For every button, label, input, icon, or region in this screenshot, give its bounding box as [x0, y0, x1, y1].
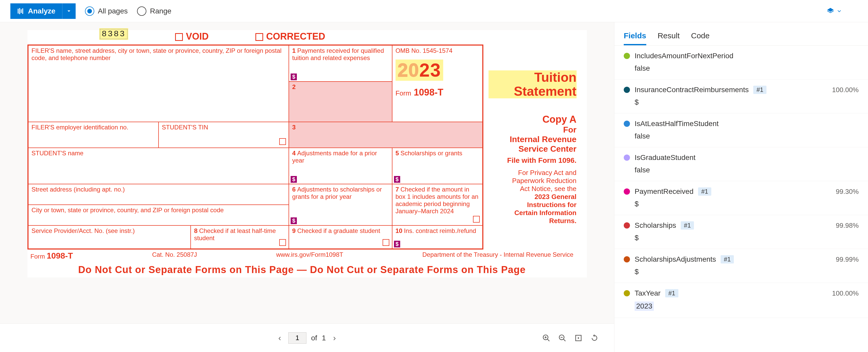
analyze-icon: [17, 7, 24, 15]
title: Tuition Statement: [489, 70, 577, 98]
prev-page-button[interactable]: ‹: [276, 333, 284, 343]
filer-ein: FILER'S employer identification no.: [28, 122, 158, 148]
dollar-icon: $: [291, 176, 297, 183]
field-item[interactable]: Scholarships#199.98%$: [614, 215, 868, 249]
analyze-dropdown-button[interactable]: [62, 3, 75, 19]
tax-year: 2023: [396, 60, 443, 81]
box3: 3: [289, 122, 482, 148]
fit-icon[interactable]: [574, 334, 583, 342]
form-footer-line: Form 1098-T Cat. No. 25087J www.irs.gov/…: [27, 250, 577, 262]
field-color-dot: [624, 87, 630, 93]
box8: 8Checked if at least half-time student: [191, 225, 289, 249]
filer-cell: FILER'S name, street address, city or to…: [28, 45, 289, 122]
svg-line-9: [563, 339, 565, 341]
box7: 7Checked if the amount in box 1 includes…: [392, 184, 483, 225]
document-canvas[interactable]: 8383 VOID CORRECTED FILER'S name, street…: [0, 22, 614, 323]
scope-radio-group: All pages Range: [85, 6, 172, 16]
do-not-cut: Do Not Cut or Separate Forms on This Pag…: [27, 262, 577, 278]
field-confidence: 99.30%: [836, 188, 859, 196]
service-provider: Service Provider/Acct. No. (see instr.): [28, 225, 191, 249]
chevron-down-icon: [836, 8, 842, 14]
field-item[interactable]: PaymentReceived#199.30%$: [614, 181, 868, 215]
field-item[interactable]: ScholarshipsAdjustments#199.99%$: [614, 249, 868, 283]
pager: ‹ of 1 ›: [276, 332, 338, 344]
void-check: VOID: [175, 31, 209, 42]
field-list[interactable]: IncludesAmountForNextPeriodfalseInsuranc…: [614, 45, 868, 352]
radio-range-label: Range: [150, 7, 172, 15]
box1: 1Payments received for qualified tuition…: [289, 45, 392, 82]
form-grid: FILER'S name, street address, city or to…: [27, 44, 483, 250]
main: 8383 VOID CORRECTED FILER'S name, street…: [0, 22, 868, 352]
field-name: ScholarshipsAdjustments: [634, 255, 716, 263]
radio-all-pages[interactable]: All pages: [85, 6, 128, 16]
radio-icon: [85, 6, 94, 16]
document-footer: ‹ of 1 ›: [0, 323, 614, 352]
field-value: 2023: [634, 301, 654, 311]
side-tabs: Fields Result Code: [614, 22, 868, 45]
field-item[interactable]: TaxYear#1100.00%2023: [614, 283, 868, 318]
field-value: $: [634, 98, 859, 106]
analyze-button[interactable]: Analyze: [10, 3, 62, 19]
checkbox-icon: [382, 239, 389, 246]
dollar-icon: $: [291, 217, 297, 224]
student-tin: STUDENT'S TIN: [158, 122, 289, 148]
toolbar: Analyze All pages Range: [0, 0, 868, 22]
field-item[interactable]: IsGraduateStudentfalse: [614, 147, 868, 181]
analyze-button-group: Analyze: [10, 3, 75, 19]
svg-rect-1: [19, 8, 20, 14]
tab-result[interactable]: Result: [658, 31, 680, 45]
field-name: TaxYear: [634, 289, 660, 297]
field-name: IsAtLeastHalfTimeStudent: [634, 120, 718, 128]
dollar-icon: $: [394, 241, 400, 248]
box6: 6Adjustments to scholarships or grants f…: [289, 184, 392, 225]
box4: 4Adjustments made for a prior year $: [289, 148, 392, 184]
field-color-dot: [624, 290, 630, 296]
field-badge: #1: [721, 255, 734, 263]
field-item[interactable]: InsuranceContractReimbursements#1100.00%…: [614, 79, 868, 114]
copy-a: Copy A: [489, 114, 577, 125]
field-item[interactable]: IncludesAmountForNextPeriodfalse: [614, 45, 868, 79]
street-address: Street address (including apt. no.): [28, 184, 289, 205]
form-right-column: Tuition Statement Copy A For Internal Re…: [483, 44, 577, 250]
omb-year-cell: OMB No. 1545-1574 2023 Form 1098-T: [392, 45, 483, 122]
checkbox-icon: [279, 138, 286, 145]
field-value: false: [634, 166, 859, 174]
layers-button[interactable]: [827, 7, 842, 15]
field-confidence: 99.98%: [836, 222, 859, 230]
rotate-icon[interactable]: [590, 334, 599, 342]
dollar-icon: $: [394, 176, 400, 183]
analyze-label: Analyze: [28, 7, 56, 15]
corrected-check: CORRECTED: [255, 31, 326, 42]
tab-fields[interactable]: Fields: [624, 31, 646, 45]
field-color-dot: [624, 53, 630, 59]
chevron-down-icon: [66, 8, 72, 14]
field-value: $: [634, 200, 859, 208]
field-badge: #1: [753, 86, 767, 94]
zoom-controls: [542, 334, 599, 342]
page-input[interactable]: [288, 332, 306, 344]
field-color-dot: [624, 256, 630, 262]
box9: 9Checked if a graduate student: [289, 225, 392, 249]
app-root: Analyze All pages Range: [0, 0, 868, 352]
student-name: STUDENT'S name: [28, 148, 289, 184]
checkbox-icon: [473, 216, 480, 223]
tab-code[interactable]: Code: [691, 31, 710, 45]
field-badge: #1: [698, 187, 711, 196]
radio-range[interactable]: Range: [137, 6, 172, 16]
field-color-dot: [624, 222, 630, 228]
form-1098t: 8383 VOID CORRECTED FILER'S name, street…: [27, 30, 587, 278]
box2: 2: [289, 82, 392, 122]
field-item[interactable]: IsAtLeastHalfTimeStudentfalse: [614, 114, 868, 147]
layers-icon: [827, 7, 834, 15]
field-value: $: [634, 268, 859, 276]
zoom-out-icon[interactable]: [558, 334, 566, 342]
document-page: 8383 VOID CORRECTED FILER'S name, street…: [27, 30, 587, 278]
svg-rect-0: [18, 8, 19, 13]
checkbox-icon: [279, 239, 286, 246]
next-page-button[interactable]: ›: [331, 333, 339, 343]
zoom-in-icon[interactable]: [542, 334, 551, 342]
field-confidence: 100.00%: [832, 86, 859, 94]
radio-all-pages-label: All pages: [98, 7, 128, 15]
svg-rect-2: [21, 9, 22, 13]
box5: 5Scholarships or grants $: [392, 148, 483, 184]
